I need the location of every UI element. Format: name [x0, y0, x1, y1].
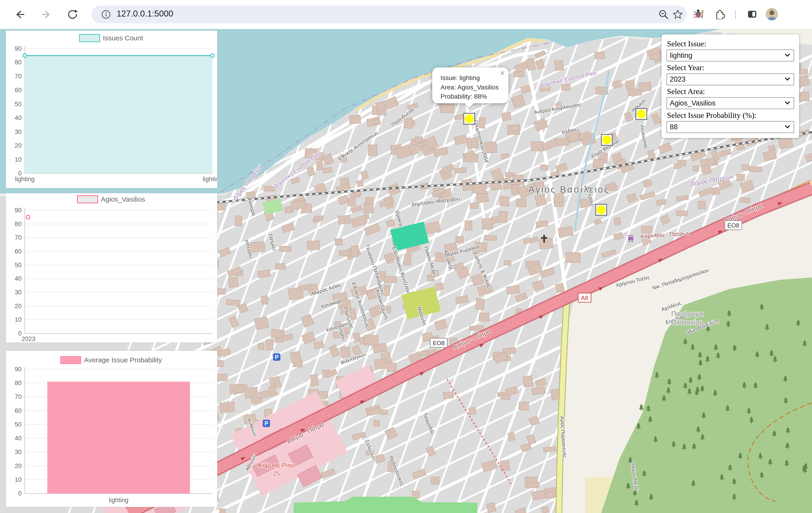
- map-issue-marker[interactable]: [601, 134, 612, 145]
- map-shield-text: ΕΟ8: [727, 222, 739, 229]
- forward-icon[interactable]: [41, 9, 52, 20]
- url-text[interactable]: 127.0.0.1:5000: [117, 9, 173, 19]
- map-controls-panel: Select Issue: lighting Select Year: 2023…: [662, 34, 799, 138]
- site-info-icon[interactable]: [100, 9, 112, 20]
- chart-ytick: 70: [15, 73, 22, 80]
- chart-ytick: 70: [15, 234, 22, 241]
- map-issue-marker[interactable]: [636, 109, 647, 119]
- svg-text:P: P: [265, 420, 268, 426]
- chart-ytick: 0: [18, 490, 22, 497]
- toolbar-divider: [735, 10, 736, 19]
- chart-ytick: 40: [15, 435, 22, 442]
- map-issue-marker[interactable]: [464, 113, 475, 124]
- bar-series: [47, 382, 190, 493]
- popup-area: Area: Agios_Vasilios: [440, 83, 499, 92]
- chart-legend-label[interactable]: Issues Count: [103, 34, 143, 42]
- chart-legend-label[interactable]: Average Issue Probability: [84, 356, 162, 364]
- year-select[interactable]: 2023: [667, 73, 794, 85]
- area-series: [25, 56, 212, 173]
- map-issue-marker[interactable]: [596, 204, 607, 215]
- chart-ytick: 90: [15, 207, 22, 214]
- chart-ytick: 80: [15, 380, 22, 386]
- chart-ytick: 0: [18, 330, 22, 337]
- chart-ytick: 10: [15, 316, 22, 323]
- chart-ytick: 30: [15, 128, 22, 135]
- chart-ytick: 30: [15, 289, 22, 296]
- browser-toolbar: 127.0.0.1:5000: [0, 0, 812, 29]
- year-select-label: Select Year:: [667, 63, 794, 72]
- chart-ytick: 20: [15, 303, 22, 310]
- chart-ytick: 40: [15, 115, 22, 121]
- chart-ytick: 80: [15, 59, 22, 66]
- area-select-label: Select Area:: [667, 87, 794, 96]
- map-popup: Issue: lighting Area: Agios_Vasilios Pro…: [432, 67, 509, 103]
- probability-select[interactable]: 88: [667, 121, 794, 133]
- map-place-label: Άγιος Βασίλειος: [528, 184, 610, 194]
- popup-issue: Issue: lighting: [440, 73, 499, 83]
- chart-ytick: 60: [15, 248, 22, 255]
- chart-xtick: lighting: [15, 176, 35, 183]
- zoom-out-icon[interactable]: [658, 9, 669, 20]
- popup-close-icon[interactable]: ×: [500, 68, 505, 78]
- scatter-point: [26, 215, 30, 219]
- side-panel-icon[interactable]: [747, 9, 758, 20]
- issue-select[interactable]: lighting: [667, 50, 794, 61]
- extensions-puzzle-icon[interactable]: [714, 8, 725, 19]
- probability-chart-card: Average Issue Probability010203040506070…: [6, 351, 217, 507]
- map-place-label: 25: [273, 470, 280, 477]
- profile-avatar[interactable]: [765, 8, 778, 21]
- svg-text:P: P: [275, 354, 279, 360]
- chart-ytick: 90: [15, 45, 22, 52]
- chart-xtick: lighting: [109, 497, 128, 504]
- chart-xtick: 2023: [22, 335, 35, 342]
- chart-ytick: 30: [15, 449, 22, 455]
- bookmark-star-icon[interactable]: [672, 9, 683, 20]
- chart-ytick: 20: [15, 462, 22, 470]
- chart-ytick: 50: [15, 421, 22, 428]
- chart-legend-label[interactable]: Agios_Vasilios: [101, 195, 145, 203]
- chart-ytick: 40: [15, 275, 22, 282]
- address-bar[interactable]: [91, 5, 687, 23]
- issues-count-chart-card: Issues Count0102030405060708090lightingl…: [6, 30, 217, 188]
- popup-probability: Probability: 88%: [440, 92, 499, 101]
- map-place-label: Πανόραμα: [671, 310, 703, 318]
- app-page: P P ΠοσειδώνοςΕθνικής ΑντιστάσεωςΟλυμπιο…: [0, 29, 812, 513]
- map-shield-text: Α8: [581, 295, 588, 301]
- area-chart-card: Agios_Vasilios01020304050607080902023: [6, 193, 217, 342]
- chart-ytick: 10: [15, 156, 22, 163]
- debug-extension-icon[interactable]: [693, 8, 704, 19]
- map-shield-text: ΕΟ8: [433, 340, 445, 346]
- chart-ytick: 50: [15, 101, 22, 108]
- chart-ytick: 80: [15, 221, 22, 228]
- chart-ytick: 60: [15, 407, 22, 414]
- back-icon[interactable]: [14, 9, 25, 20]
- issue-select-label: Select Issue:: [667, 39, 794, 48]
- map-place-label: Κόμβος Ρίου: [258, 462, 295, 469]
- chart-legend-swatch: [79, 34, 99, 42]
- probability-select-label: Select Issue Probability (%):: [667, 111, 794, 120]
- reload-icon[interactable]: [67, 9, 78, 20]
- chart-ytick: 50: [15, 262, 22, 269]
- chart-ytick: 60: [15, 87, 22, 94]
- chart-legend-swatch: [78, 195, 98, 203]
- chart-ytick: 70: [15, 393, 22, 400]
- chart-legend-swatch: [61, 356, 81, 364]
- chart-ytick: 10: [15, 476, 22, 483]
- map-place-label: Πλατανίου: [671, 319, 703, 326]
- chart-ytick: 90: [15, 366, 22, 373]
- chart-ytick: 20: [15, 142, 22, 149]
- area-select[interactable]: Agios_Vasilios: [667, 97, 794, 109]
- chart-xtick: lighting: [203, 176, 216, 183]
